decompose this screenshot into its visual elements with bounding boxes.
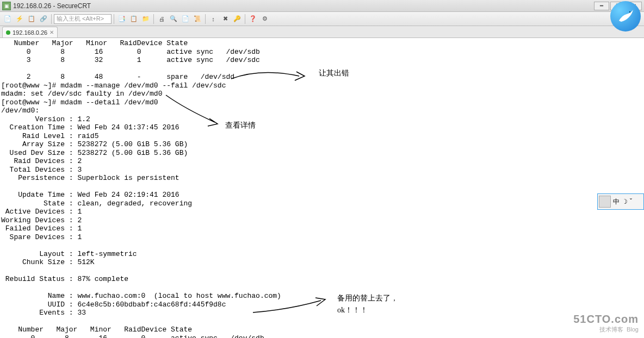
annotation-text: 查看详情 (225, 121, 256, 130)
term-line: Persistence : Superblock is persistent (1, 174, 179, 182)
watermark: 51CTO.com 技术博客 Blog (573, 313, 639, 334)
watermark-sub: 技术博客 (599, 326, 623, 333)
term-line: mdadm: set /dev/sdc faulty in /dev/md0 (1, 90, 162, 98)
watermark-blog: Blog (627, 326, 639, 333)
copy-icon[interactable]: 📑 (116, 14, 127, 24)
ime-widget[interactable]: 中 ☽ ˇ (597, 193, 644, 210)
term-line: Total Devices : 3 (1, 166, 82, 174)
term-line: /dev/md0: (1, 107, 39, 115)
term-line: Array Size : 5238272 (5.00 GiB 5.36 GB) (1, 140, 188, 148)
ime-avatar-icon (599, 196, 611, 208)
window-titlebar: ▣ 192.168.0.26 - SecureCRT ━ ☐ ✕ (0, 0, 644, 12)
term-line: [root@www ~]# mdadm --manage /dev/md0 --… (1, 82, 226, 90)
print-icon[interactable]: 🖨 (156, 14, 167, 24)
help-icon[interactable]: ❓ (247, 14, 258, 24)
tab-bar: 192.168.0.26 ✕ (0, 26, 644, 38)
svg-point-0 (629, 11, 630, 12)
watermark-brand: 51CTO.com (573, 313, 639, 326)
term-line: Rebuild Status : 87% complete (1, 275, 128, 283)
app-icon: ▣ (2, 2, 11, 10)
term-line: Working Devices : 2 (1, 216, 82, 224)
annotation-text: 备用的替上去了， (337, 293, 398, 303)
term-line: UUID : 6c4e8c5b:60bdbabf:c4ac68fd:445f9d… (1, 301, 226, 309)
window-title: 192.168.0.26 - SecureCRT (13, 2, 91, 10)
ime-lang[interactable]: 中 (613, 197, 620, 206)
settings-icon[interactable]: ✖ (220, 14, 231, 24)
tab-close-icon[interactable]: ✕ (49, 29, 54, 35)
separator (245, 14, 245, 24)
term-line: 0 8 16 0 active sync /dev/sdb (1, 334, 264, 339)
host-input[interactable]: 输入主机 <Alt+R> (54, 14, 112, 24)
session-tab[interactable]: 192.168.0.26 ✕ (2, 27, 58, 37)
ime-caret-icon[interactable]: ˇ (630, 198, 632, 205)
terminal-output[interactable]: Number Major Minor RaidDevice State 0 8 … (0, 38, 644, 338)
separator (51, 14, 52, 24)
arrow-icon (228, 65, 315, 92)
term-line: 2 8 48 - spare /dev/sdd (1, 73, 234, 81)
arrow-icon (250, 296, 332, 318)
separator (205, 14, 206, 24)
term-line: Number Major Minor RaidDevice State (1, 39, 188, 47)
term-line: Number Major Minor RaidDevice State (1, 326, 192, 334)
term-line: Version : 1.2 (1, 115, 90, 123)
paste-icon[interactable]: 📋 (128, 14, 139, 24)
separator (114, 14, 114, 24)
find-icon[interactable]: 🔍 (168, 14, 179, 24)
term-line: Chunk Size : 512K (1, 258, 95, 266)
transfer-icon[interactable]: ↕ (208, 14, 219, 24)
toolbar: 📄 ⚡ 📋 🔗 输入主机 <Alt+R> 📑 📋 📁 🖨 🔍 📄 📜 ↕ ✖ 🔑… (0, 12, 644, 26)
term-line: State : clean, degraded, recovering (1, 199, 192, 208)
session-icon[interactable]: 📋 (26, 14, 37, 24)
term-line: Raid Devices : 2 (1, 157, 82, 165)
term-line: 3 8 32 1 active sync /dev/sdc (1, 56, 260, 64)
term-line: Failed Devices : 1 (1, 224, 82, 233)
term-line: Creation Time : Wed Feb 24 01:37:45 2016 (1, 123, 179, 132)
connect-icon[interactable]: 📄 (2, 14, 13, 24)
quick-connect-icon[interactable]: ⚡ (14, 14, 25, 24)
arrow-icon (163, 92, 228, 130)
term-line: [root@www ~]# mdadm --detail /dev/md0 (1, 98, 158, 107)
bird-logo-icon (610, 1, 641, 32)
options-icon[interactable]: ⚙ (259, 14, 270, 24)
term-line: Used Dev Size : 5238272 (5.00 GiB 5.36 G… (1, 149, 188, 157)
status-dot-icon (6, 30, 10, 35)
folder-icon[interactable]: 📁 (140, 14, 151, 24)
log-icon[interactable]: 📄 (180, 14, 191, 24)
script-icon[interactable]: 📜 (192, 14, 203, 24)
term-line: Layout : left-symmetric (1, 250, 137, 258)
term-line: Update Time : Wed Feb 24 02:19:41 2016 (1, 191, 179, 199)
term-line: Active Devices : 1 (1, 208, 82, 216)
key-icon[interactable]: 🔑 (232, 14, 243, 24)
term-line: Raid Level : raid5 (1, 132, 98, 140)
annotation-text: ok！！！ (337, 305, 368, 315)
annotation-text: 让其出错 (319, 68, 349, 78)
reconnect-icon[interactable]: 🔗 (38, 14, 49, 24)
term-line: Spare Devices : 1 (1, 233, 82, 241)
separator (153, 14, 154, 24)
minimize-button[interactable]: ━ (594, 2, 609, 10)
term-line: 0 8 16 0 active sync /dev/sdb (1, 48, 260, 56)
ime-moon-icon[interactable]: ☽ (622, 198, 628, 205)
term-line: Events : 33 (1, 309, 86, 317)
term-line: Name : www.fuchao.com:0 (local to host w… (1, 292, 281, 300)
tab-label: 192.168.0.26 (13, 29, 47, 36)
